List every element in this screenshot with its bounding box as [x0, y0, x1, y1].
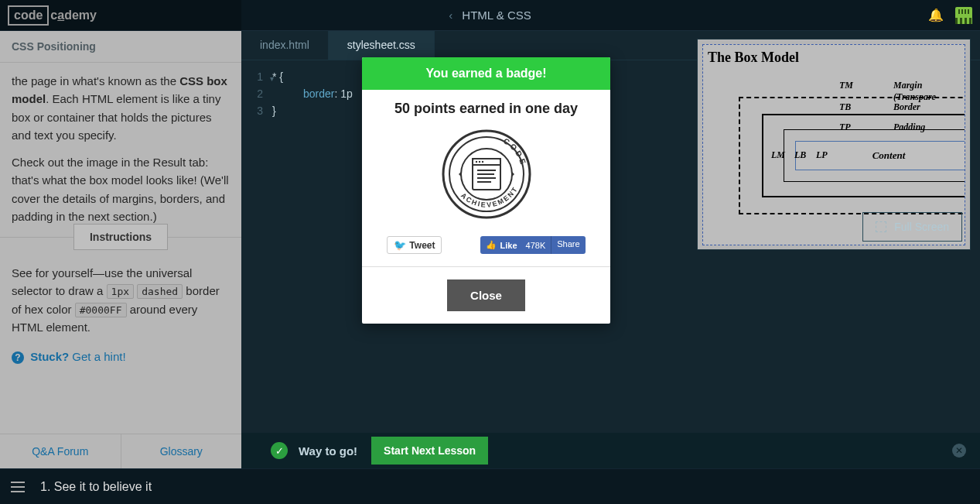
way-to-go-text: Way to go! [299, 444, 357, 458]
close-button[interactable]: Close [447, 279, 525, 311]
fullscreen-icon [876, 221, 886, 232]
qa-forum-link[interactable]: Q&A Forum [0, 434, 121, 468]
code-chip: 1px [107, 284, 134, 299]
tab-stylesheet-css[interactable]: stylesheet.css [329, 31, 435, 60]
modal-subtitle: 50 points earned in one day [362, 90, 610, 123]
twitter-icon: 🐦 [394, 239, 406, 251]
bell-icon[interactable]: 🔔 [928, 8, 944, 22]
start-next-lesson-button[interactable]: Start Next Lesson [371, 437, 488, 465]
tab-index-html[interactable]: index.html [241, 31, 329, 60]
glossary-link[interactable]: Glossary [121, 434, 242, 468]
fullscreen-button[interactable]: Full Screen [862, 212, 962, 242]
svg-point-7 [475, 161, 476, 163]
course-title[interactable]: ‹ HTML & CSS [449, 9, 531, 22]
svg-point-9 [481, 161, 483, 163]
badge-modal: You earned a badge! 50 points earned in … [362, 57, 610, 324]
fb-share-button[interactable]: Share [551, 236, 585, 254]
hint-row[interactable]: ? Stuck? Get a hint! [0, 336, 241, 378]
tweet-button[interactable]: 🐦 Tweet [387, 236, 442, 254]
result-title: The Box Model [708, 50, 961, 66]
hint-link: Get a hint! [72, 350, 125, 363]
hint-stuck: Stuck? [30, 350, 69, 363]
code-chip: #0000FF [75, 303, 127, 317]
code-chip: dashed [137, 284, 183, 299]
instructions-text: See for yourself—use the universal selec… [0, 264, 241, 336]
lesson-footer: 1. See it to believe it [0, 468, 980, 504]
modal-title: You earned a badge! [362, 57, 610, 90]
svg-marker-15 [511, 171, 514, 177]
check-icon: ✓ [271, 442, 288, 459]
hint-icon: ? [12, 351, 24, 364]
sidebar: CSS Positioning the page in what's known… [0, 31, 241, 468]
lesson-title: 1. See it to believe it [40, 480, 152, 494]
fb-like-button[interactable]: 👍 Like 478K [480, 236, 551, 254]
sidebar-footer: Q&A Forum Glossary [0, 434, 241, 468]
thumbs-up-icon: 👍 [486, 240, 497, 250]
box-model-diagram: TM Margin (Transpare TB Border TP Paddin… [739, 97, 961, 214]
logo-rest: cademy [50, 9, 97, 22]
logo[interactable]: code cademy [8, 5, 97, 26]
menu-icon[interactable] [11, 482, 25, 492]
chevron-left-icon: ‹ [449, 9, 452, 22]
svg-text:ACHIEVEMENT: ACHIEVEMENT [459, 185, 520, 209]
result-panel: The Box Model TM Margin (Transpare TB Bo… [697, 39, 971, 250]
close-icon[interactable]: ✕ [952, 444, 966, 458]
lesson-body: the page in what's known as the CSS box … [0, 63, 241, 237]
badge-icon: CODE ACHIEVEMENT [440, 128, 533, 221]
editor-area: index.html stylesheet.css 1▾* { 2border:… [241, 31, 980, 468]
top-bar: code cademy ‹ HTML & CSS 🔔 [0, 0, 980, 31]
topbar-right: 🔔 [928, 7, 972, 24]
section-title: CSS Positioning [0, 31, 241, 63]
avatar[interactable] [955, 7, 972, 24]
modal-social: 🐦 Tweet 👍 Like 478K Share [362, 231, 610, 266]
instructions-label: Instructions [73, 224, 168, 250]
bottom-bar: ✓ Way to go! Start Next Lesson ✕ [241, 433, 980, 468]
svg-point-8 [478, 161, 480, 163]
svg-marker-14 [459, 171, 462, 177]
logo-box: code [8, 5, 49, 26]
instructions-section: Instructions See for yourself—use the un… [0, 237, 241, 378]
course-title-text: HTML & CSS [462, 9, 531, 22]
